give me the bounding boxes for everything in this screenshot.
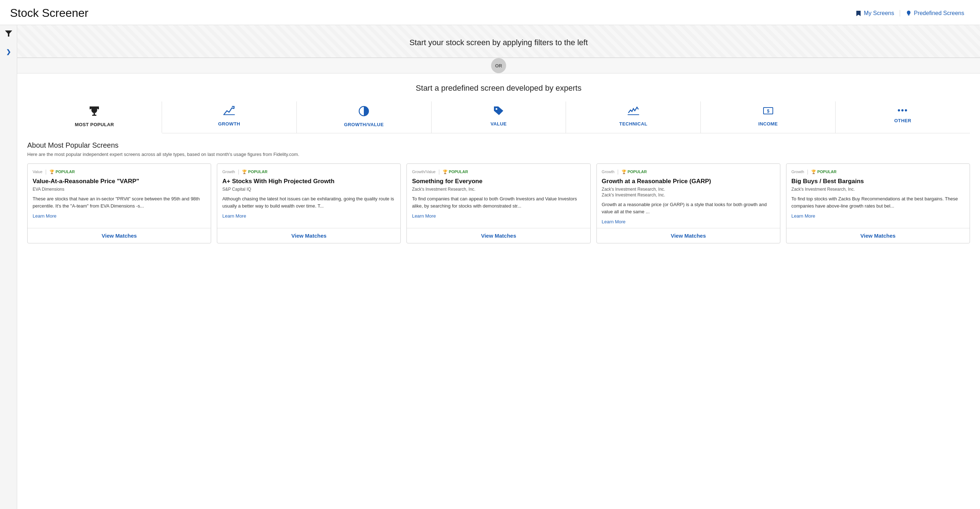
card-tags-4: Growth | 🏆 POPULAR	[791, 169, 964, 175]
card-tags-3: Growth | 🏆 POPULAR	[602, 169, 775, 175]
tab-value[interactable]: VALUE	[431, 102, 566, 133]
svg-rect-1	[908, 14, 910, 15]
card-author-4: Zack's Investment Research, Inc.	[791, 187, 964, 192]
card-body-4: Growth | 🏆 POPULAR Big Buys / Best Barga…	[786, 164, 970, 228]
card-body-3: Growth | 🏆 POPULAR Growth at a Reasonabl…	[597, 164, 780, 228]
my-screens-nav[interactable]: My Screens	[850, 10, 900, 16]
svg-rect-6	[223, 115, 235, 115]
card-body-2: Growth/Value | 🏆 POPULAR Something for E…	[407, 164, 590, 228]
half-circle-icon	[358, 106, 369, 119]
tab-growth[interactable]: GROWTH	[162, 102, 297, 133]
card-footer-1: View Matches	[217, 228, 400, 243]
view-matches-3[interactable]: View Matches	[671, 233, 706, 239]
predefined-title: Start a predefined screen developed by e…	[27, 84, 970, 93]
tab-growth-value[interactable]: GROWTH/VALUE	[297, 102, 431, 133]
card-title-1: A+ Stocks With High Projected Growth	[222, 177, 395, 185]
app-body: ❯ Start your stock screen by applying fi…	[0, 25, 980, 509]
view-matches-4[interactable]: View Matches	[860, 233, 896, 239]
card-body-1: Growth | 🏆 POPULAR A+ Stocks With High P…	[217, 164, 400, 228]
tab-other-label: OTHER	[894, 118, 911, 123]
technical-icon	[628, 106, 639, 118]
category-tabs: MOST POPULAR GROWTH	[27, 102, 970, 134]
svg-point-0	[907, 10, 910, 14]
card-tag-type-3: Growth	[602, 170, 614, 174]
card-tag-type-4: Growth	[791, 170, 804, 174]
cards-row: Value | 🏆 POPULAR Value-At-a-Reasonable …	[27, 164, 970, 243]
popular-icon-4: 🏆	[811, 170, 816, 174]
tab-most-popular-label: MOST POPULAR	[75, 122, 114, 127]
predefined-screens-nav[interactable]: Predefined Screens	[900, 10, 970, 16]
card-tag-popular-1: 🏆 POPULAR	[242, 170, 267, 174]
card-desc-2: To find companies that can appeal to bot…	[412, 196, 585, 209]
card-desc-1: Although chasing the latest hot issues c…	[222, 196, 395, 209]
listing-title: About Most Popular Screens	[27, 141, 970, 150]
bookmark-icon	[855, 10, 862, 16]
view-matches-1[interactable]: View Matches	[291, 233, 326, 239]
predefined-screens-label: Predefined Screens	[914, 10, 964, 16]
svg-rect-2	[908, 15, 909, 16]
view-matches-2[interactable]: View Matches	[481, 233, 516, 239]
screen-card-2: Growth/Value | 🏆 POPULAR Something for E…	[406, 164, 590, 243]
filter-prompt-text: Start your stock screen by applying filt…	[409, 38, 588, 47]
tab-income-label: INCOME	[759, 121, 778, 127]
card-footer-0: View Matches	[28, 228, 211, 243]
popular-icon-0: 🏆	[49, 170, 54, 174]
card-footer-3: View Matches	[597, 228, 780, 243]
learn-more-1[interactable]: Learn More	[222, 213, 246, 219]
card-title-4: Big Buys / Best Bargains	[791, 177, 964, 185]
trophy-icon	[89, 106, 100, 119]
predefined-section: Start a predefined screen developed by e…	[17, 73, 980, 134]
lightbulb-icon	[906, 10, 912, 16]
tag-icon	[493, 106, 504, 118]
page-header: Stock Screener My Screens Predefined Scr…	[0, 0, 980, 25]
tab-technical-label: TECHNICAL	[619, 121, 648, 127]
or-section: OR	[17, 58, 980, 73]
tab-other[interactable]: ••• OTHER	[835, 102, 970, 133]
card-tag-popular-4: 🏆 POPULAR	[811, 170, 837, 174]
card-tag-popular-3: 🏆 POPULAR	[622, 170, 647, 174]
filter-prompt-banner: Start your stock screen by applying filt…	[17, 25, 980, 58]
popular-icon-3: 🏆	[622, 170, 627, 174]
card-tag-popular-0: 🏆 POPULAR	[49, 170, 75, 174]
learn-more-3[interactable]: Learn More	[602, 219, 625, 224]
view-matches-0[interactable]: View Matches	[102, 233, 137, 239]
page-title: Stock Screener	[10, 6, 89, 20]
learn-more-2[interactable]: Learn More	[412, 213, 436, 219]
screen-card-4: Growth | 🏆 POPULAR Big Buys / Best Barga…	[786, 164, 970, 243]
card-tag-type-0: Value	[33, 170, 42, 174]
tab-most-popular[interactable]: MOST POPULAR	[27, 102, 162, 134]
other-icon: •••	[897, 106, 908, 115]
svg-rect-9	[628, 115, 639, 115]
header-nav: My Screens Predefined Screens	[850, 10, 970, 16]
main-content: Start your stock screen by applying filt…	[17, 25, 980, 509]
card-tag-type-2: Growth/Value	[412, 170, 436, 174]
svg-text:$: $	[767, 109, 769, 114]
svg-rect-4	[94, 113, 95, 115]
tab-technical[interactable]: TECHNICAL	[566, 102, 701, 133]
card-footer-4: View Matches	[786, 228, 970, 243]
tab-growth-label: GROWTH	[218, 121, 240, 127]
card-desc-0: These are stocks that have an in-sector …	[33, 196, 206, 209]
learn-more-0[interactable]: Learn More	[33, 213, 56, 219]
card-desc-4: To find top stocks with Zacks Buy Recomm…	[791, 196, 964, 209]
card-desc-3: Growth at a reasonable price (or GARP) i…	[602, 201, 775, 215]
learn-more-4[interactable]: Learn More	[791, 213, 815, 219]
growth-icon	[223, 106, 235, 118]
card-tag-popular-2: 🏆 POPULAR	[443, 170, 468, 174]
card-tag-type-1: Growth	[222, 170, 235, 174]
card-footer-2: View Matches	[407, 228, 590, 243]
income-icon: $	[762, 106, 774, 118]
tab-income[interactable]: $ INCOME	[701, 102, 835, 133]
my-screens-label: My Screens	[864, 10, 894, 16]
tab-growth-value-label: GROWTH/VALUE	[344, 122, 384, 127]
filter-icon[interactable]	[5, 30, 13, 39]
card-title-2: Something for Everyone	[412, 177, 585, 185]
or-circle: OR	[491, 58, 506, 73]
card-tags-0: Value | 🏆 POPULAR	[33, 169, 206, 175]
popular-icon-1: 🏆	[242, 170, 247, 174]
svg-rect-5	[92, 115, 96, 116]
card-author-2: Zack's Investment Research, Inc.	[412, 187, 585, 192]
sidebar-expand-button[interactable]: ❯	[6, 48, 11, 55]
card-title-3: Growth at a Reasonable Price (GARP)	[602, 177, 775, 185]
sidebar: ❯	[0, 25, 17, 509]
